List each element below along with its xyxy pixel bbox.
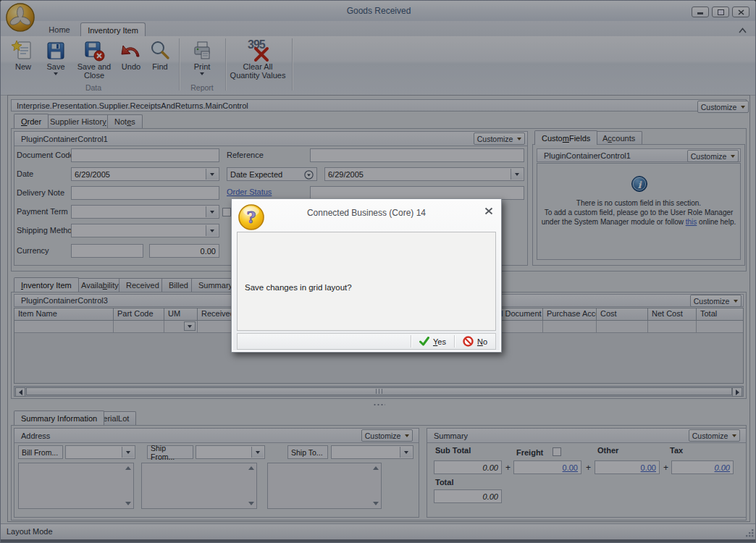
dialog-button-bar: Yes No — [237, 333, 496, 350]
yes-button[interactable]: Yes — [411, 334, 454, 349]
yes-label: Yes — [433, 337, 446, 346]
no-prohibition-icon — [463, 336, 474, 347]
dialog-close-icon[interactable] — [484, 207, 493, 215]
app-window: Goods Received Home Inventory Item — [0, 0, 756, 543]
confirm-dialog: ? Connected Business (Core) 14 Save chan… — [231, 198, 502, 353]
dialog-message: Save changes in grid layout? — [245, 283, 352, 292]
dialog-title: Connected Business (Core) 14 — [232, 208, 501, 218]
no-button[interactable]: No — [455, 334, 495, 349]
no-label: No — [477, 337, 487, 346]
yes-check-icon — [419, 337, 429, 346]
dialog-content-panel: Save changes in grid layout? — [237, 232, 496, 331]
